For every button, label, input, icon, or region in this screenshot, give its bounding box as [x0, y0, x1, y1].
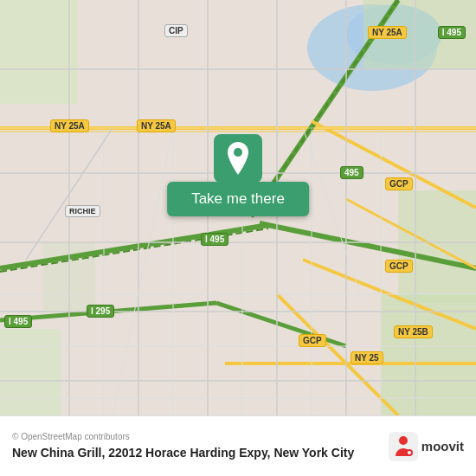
road-label-i295: I 295 [87, 305, 114, 318]
location-pin-icon [224, 142, 252, 175]
road-label-ny25b: NY 25B [394, 325, 433, 338]
copyright-text: © OpenStreetMap contributors [12, 432, 380, 441]
location-title: New China Grill, 22012 Horace Harding Ex… [12, 445, 380, 460]
svg-rect-6 [381, 294, 476, 415]
svg-point-50 [408, 451, 411, 454]
map-container: NY 25A NY 25A NY 25A I 495 495 I 495 I 2… [0, 0, 476, 415]
svg-rect-3 [0, 0, 78, 104]
road-label-ny25a-mid: NY 25A [50, 119, 89, 132]
road-label-i495-top: I 495 [438, 26, 466, 39]
location-pin-card [214, 134, 262, 183]
take-me-there-button[interactable]: Take me there [167, 182, 309, 216]
road-label-gcp3: GCP [299, 334, 326, 347]
road-label-ny25a-mid2: NY 25A [137, 119, 176, 132]
road-label-gcp2: GCP [385, 260, 413, 273]
road-label-ny25-bot: NY 25 [351, 351, 383, 364]
road-label-richie: RICHIE [65, 205, 100, 217]
moovit-logo: moovit [389, 432, 464, 461]
road-label-i495-sw: I 495 [4, 315, 32, 328]
svg-rect-7 [0, 329, 61, 415]
moovit-label: moovit [421, 439, 464, 453]
road-label-i495-2: I 495 [201, 233, 228, 246]
info-bar: © OpenStreetMap contributors New China G… [0, 415, 476, 476]
location-info-block: © OpenStreetMap contributors New China G… [12, 432, 380, 460]
road-label-cip: CIP [164, 24, 188, 37]
svg-point-48 [399, 436, 408, 445]
road-label-ny25a-top: NY 25A [368, 26, 407, 39]
road-label-gcp1: GCP [385, 177, 413, 190]
moovit-icon [389, 432, 418, 461]
road-label-ny495-mid: 495 [340, 166, 363, 179]
svg-point-46 [234, 148, 242, 157]
